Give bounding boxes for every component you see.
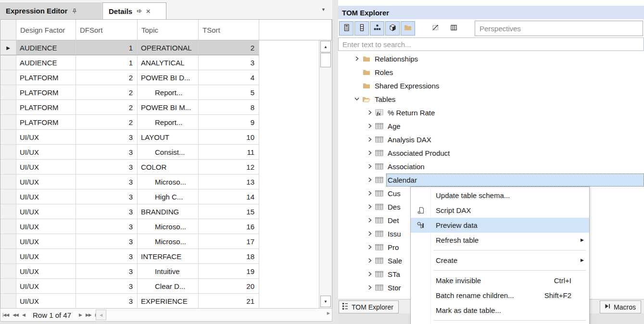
tree-item-tables[interactable]: Tables — [338, 92, 644, 106]
table-row[interactable]: UI/UX3Clear D...20 — [0, 279, 332, 294]
table-row[interactable]: UI/UX3INTERFACE18 — [0, 249, 332, 264]
table-row[interactable]: UI/UX3LAYOUT10 — [0, 130, 332, 145]
cell-design-factor[interactable]: UI/UX — [16, 249, 76, 264]
cell-tsort[interactable]: 20 — [199, 279, 259, 294]
chevron-right-icon[interactable] — [366, 122, 374, 130]
cell-topic[interactable]: POWER BI D... — [138, 70, 199, 85]
cell-tsort[interactable]: 9 — [199, 115, 259, 130]
table-row[interactable]: PLATFORM2Report...5 — [0, 85, 332, 100]
cell-design-factor[interactable]: UI/UX — [16, 294, 76, 309]
tree-item-relationships[interactable]: Relationships — [338, 52, 644, 65]
cell-tsort[interactable]: 13 — [199, 174, 259, 189]
cell-topic[interactable]: Microso... — [138, 234, 199, 249]
cell-tsort[interactable]: 12 — [199, 160, 259, 174]
table-row[interactable]: UI/UX3Microso...16 — [0, 219, 332, 234]
cell-dfsort[interactable]: 3 — [76, 145, 138, 160]
cell-design-factor[interactable]: UI/UX — [16, 160, 76, 174]
cell-design-factor[interactable]: PLATFORM — [16, 100, 76, 115]
chevron-right-icon[interactable] — [366, 270, 374, 278]
cell-topic[interactable]: POWER BI M... — [138, 100, 199, 115]
tree-item-calendar[interactable]: Calendar — [338, 173, 644, 187]
next-record-icon[interactable]: ▶ — [79, 312, 82, 317]
chevron-right-icon[interactable] — [366, 230, 374, 237]
panel-splitter[interactable] — [332, 0, 338, 324]
scroll-up-icon[interactable]: ▲ — [320, 41, 331, 52]
chevron-right-icon[interactable] — [366, 189, 374, 197]
table-row[interactable]: UI/UX3COLOR12 — [0, 160, 332, 174]
cell-tsort[interactable]: 3 — [199, 55, 259, 70]
chevron-down-icon[interactable] — [353, 95, 361, 103]
table-row[interactable]: PLATFORM2Report...9 — [0, 115, 332, 130]
cell-design-factor[interactable]: UI/UX — [16, 204, 76, 219]
tab-details[interactable]: Details × — [102, 2, 166, 19]
menu-item-preview-data[interactable]: Preview data — [411, 218, 589, 233]
cell-topic[interactable]: Microso... — [138, 219, 199, 234]
cell-design-factor[interactable]: PLATFORM — [16, 85, 76, 100]
row-indicator[interactable] — [0, 115, 16, 130]
chevron-right-icon[interactable] — [366, 136, 374, 143]
row-indicator[interactable] — [0, 279, 16, 294]
cell-dfsort[interactable]: 3 — [76, 279, 138, 294]
column-header-tsort[interactable]: TSort — [199, 20, 259, 40]
chevron-right-icon[interactable] — [366, 203, 374, 211]
menu-item-mark-as-date-table[interactable]: Mark as date table... — [411, 303, 589, 318]
macros-button[interactable]: Macros — [600, 300, 641, 313]
column-header-design-factor[interactable]: Design Factor — [16, 20, 76, 40]
chevron-right-icon[interactable] — [366, 284, 374, 291]
cell-dfsort[interactable]: 3 — [76, 160, 138, 174]
chevron-right-icon[interactable] — [366, 109, 374, 116]
cell-tsort[interactable]: 8 — [199, 100, 259, 115]
tree-item-shared-expressions[interactable]: Shared Expressions — [338, 79, 644, 92]
prev-record-icon[interactable]: ◀ — [22, 312, 25, 317]
chevron-down-icon[interactable]: ▼ — [321, 7, 326, 12]
row-indicator[interactable] — [0, 249, 16, 264]
row-indicator[interactable] — [0, 130, 16, 145]
cell-design-factor[interactable]: UI/UX — [16, 130, 76, 145]
chevron-right-icon[interactable] — [366, 257, 374, 264]
cell-topic[interactable]: Intuitive — [138, 264, 199, 279]
scroll-down-icon[interactable]: ▼ — [320, 296, 331, 307]
folder-button[interactable] — [401, 21, 415, 36]
row-indicator[interactable] — [0, 174, 16, 189]
pin-icon[interactable] — [72, 8, 77, 14]
table-row[interactable]: UI/UX3Microso...13 — [0, 174, 332, 189]
cell-topic[interactable]: BRANDING — [138, 204, 199, 219]
table-row[interactable]: UI/UX3EXPERIENCE21 — [0, 294, 332, 309]
cell-dfsort[interactable]: 2 — [76, 70, 138, 85]
cell-tsort[interactable]: 14 — [199, 189, 259, 204]
cell-dfsort[interactable]: 1 — [76, 55, 138, 70]
row-indicator[interactable] — [0, 145, 16, 160]
calculator-button[interactable] — [339, 21, 354, 36]
row-indicator[interactable]: ▶ — [0, 40, 16, 55]
cell-tsort[interactable]: 2 — [199, 40, 259, 55]
chevron-right-icon[interactable] — [366, 162, 374, 170]
cell-design-factor[interactable]: UI/UX — [16, 174, 76, 189]
cell-design-factor[interactable]: UI/UX — [16, 219, 76, 234]
cell-tsort[interactable]: 11 — [199, 145, 259, 160]
table-row[interactable]: UI/UX3High C...14 — [0, 189, 332, 204]
cell-tsort[interactable]: 21 — [199, 294, 259, 309]
cell-design-factor[interactable]: UI/UX — [16, 189, 76, 204]
cell-design-factor[interactable]: AUDIENCE — [16, 55, 76, 70]
table-row[interactable]: UI/UX3Microso...17 — [0, 234, 332, 249]
tree-item-associated-product[interactable]: Associated Product — [338, 146, 644, 160]
column-header-topic[interactable]: Topic — [138, 20, 199, 40]
cell-topic[interactable]: Consist... — [138, 145, 199, 160]
row-indicator[interactable] — [0, 264, 16, 279]
cell-design-factor[interactable]: PLATFORM — [16, 115, 76, 130]
cell-tsort[interactable]: 4 — [199, 70, 259, 85]
table-row[interactable]: UI/UX3Consist...11 — [0, 145, 332, 160]
cell-tsort[interactable]: 18 — [199, 249, 259, 264]
cell-dfsort[interactable]: 3 — [76, 204, 138, 219]
cell-tsort[interactable]: 10 — [199, 130, 259, 145]
close-icon[interactable]: × — [146, 7, 151, 15]
next-page-icon[interactable]: ▶▶ — [86, 312, 91, 317]
prev-page-icon[interactable]: ◀◀ — [13, 312, 18, 317]
row-indicator[interactable] — [0, 219, 16, 234]
cell-tsort[interactable]: 15 — [199, 204, 259, 219]
row-indicator[interactable] — [0, 189, 16, 204]
tree-item-return-rate[interactable]: fx% Return Rate — [338, 106, 644, 119]
tree-item-analysis-dax[interactable]: Analysis DAX — [338, 133, 644, 146]
table-row[interactable]: ▶AUDIENCE1OPERATIONAL2 — [0, 40, 332, 55]
table-row[interactable]: PLATFORM2POWER BI M...8 — [0, 100, 332, 115]
